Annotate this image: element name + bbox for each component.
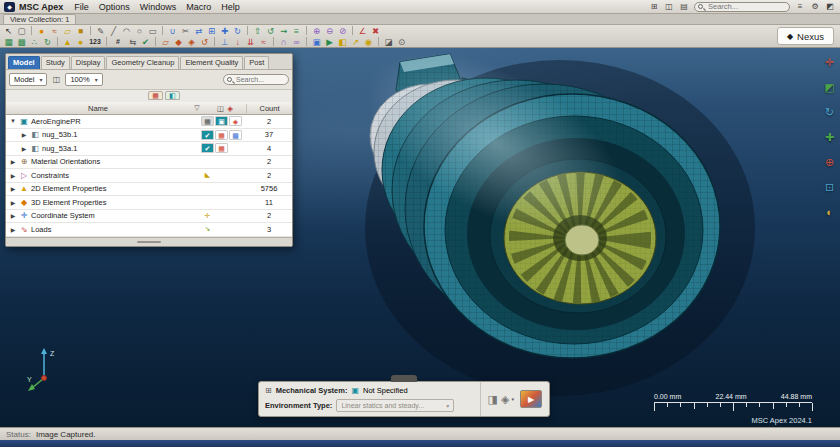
thermal-load-icon[interactable]: ≈: [257, 37, 270, 47]
tab-model[interactable]: Model: [8, 56, 40, 69]
element-quality-icon[interactable]: ▲: [61, 37, 74, 47]
expand-arrow-icon[interactable]: ▼: [8, 118, 18, 124]
revolve-icon[interactable]: ↺: [264, 26, 277, 36]
display-list-icon[interactable]: ▤: [678, 2, 690, 11]
menu-windows[interactable]: Windows: [135, 2, 182, 12]
render-column-icon[interactable]: ◈: [227, 104, 233, 113]
filter-funnel-icon[interactable]: ▽: [190, 104, 204, 112]
create-curve-icon[interactable]: ≈: [48, 26, 61, 36]
force-load-icon[interactable]: ↓: [231, 37, 244, 47]
results-icon[interactable]: ◧: [336, 37, 349, 47]
select-cursor-icon[interactable]: ↖: [2, 26, 15, 36]
expand-arrow-icon[interactable]: ▶: [8, 172, 18, 179]
resize-grip[interactable]: [137, 241, 161, 243]
environment-type-select[interactable]: Linear statics and steady...: [336, 399, 454, 412]
mechanical-system-value[interactable]: Not Specified: [363, 386, 408, 395]
browser-zoom-select[interactable]: 100%: [65, 73, 102, 86]
browser-search[interactable]: [223, 74, 289, 85]
renumber[interactable]: #: [110, 37, 126, 47]
animate-results-icon[interactable]: ◉: [362, 37, 375, 47]
trim-icon[interactable]: ✂: [179, 26, 192, 36]
visibility-column-icon[interactable]: ◫: [217, 104, 224, 113]
verify-mesh-icon[interactable]: ✔: [139, 37, 152, 47]
tree-row-3D Element Properties[interactable]: ▶◆3D Element Properties11: [6, 196, 292, 210]
pattern-icon[interactable]: ⊞: [205, 26, 218, 36]
row-badge-icon[interactable]: ◣: [201, 170, 214, 180]
menu-help[interactable]: Help: [216, 2, 245, 12]
tab-display[interactable]: Display: [71, 56, 106, 69]
tab-study[interactable]: Study: [41, 56, 70, 69]
sketch-icon[interactable]: ✎: [94, 26, 107, 36]
row-badge-icon[interactable]: ◈: [229, 116, 242, 126]
pan-view-icon[interactable]: ✚: [822, 131, 837, 144]
tree-row-AeroEnginePR[interactable]: ▼▣AeroEnginePR▦▣◈2: [6, 115, 292, 129]
move-icon[interactable]: ✚: [218, 26, 231, 36]
mirror-icon[interactable]: ⇄: [192, 26, 205, 36]
constraint-icon[interactable]: ⊥: [218, 37, 231, 47]
expand-arrow-icon[interactable]: ▶: [19, 131, 29, 138]
scenario-panel-handle[interactable]: [391, 375, 417, 382]
layout-grid-icon[interactable]: ⊞: [648, 2, 660, 11]
contact-icon[interactable]: ∩: [277, 37, 290, 47]
model-scope-select[interactable]: Model: [9, 73, 47, 86]
measure-icon[interactable]: ∠: [356, 26, 369, 36]
shading-mode-icon[interactable]: ◐: [822, 206, 837, 218]
tie-connection-icon[interactable]: ∞: [290, 37, 303, 47]
expand-arrow-icon[interactable]: ▶: [19, 145, 29, 152]
settings-gear-icon[interactable]: ⚙: [809, 2, 821, 11]
expand-arrow-icon[interactable]: ▶: [8, 185, 18, 192]
row-badge-icon[interactable]: ✔: [201, 143, 214, 153]
study-icon[interactable]: ▣: [310, 37, 323, 47]
tab-geometry-cleanup[interactable]: Geometry Cleanup: [106, 56, 179, 69]
menu-file[interactable]: File: [69, 2, 94, 12]
browser-pin-icon[interactable]: ◫: [50, 75, 62, 84]
view-cube-icon[interactable]: ◩: [822, 81, 837, 94]
global-search-input[interactable]: [694, 2, 790, 12]
expand-arrow-icon[interactable]: ▶: [8, 199, 18, 206]
remesh-icon[interactable]: ↻: [41, 37, 54, 47]
tree-row-Material Orientations[interactable]: ▶⊕Material Orientations2: [6, 156, 292, 170]
panel-footer[interactable]: [6, 237, 292, 246]
split-body-icon[interactable]: ⊘: [336, 26, 349, 36]
boolean-subtract-icon[interactable]: ⊖: [323, 26, 336, 36]
box-select-icon[interactable]: ▢: [15, 26, 28, 36]
delete-icon[interactable]: ✖: [369, 26, 382, 36]
draw-arc-icon[interactable]: ◠: [120, 26, 133, 36]
tree-row-Constraints[interactable]: ▶▷Constraints◣2: [6, 169, 292, 183]
draw-rectangle-icon[interactable]: ▭: [146, 26, 159, 36]
tree-row-nug_53b.1[interactable]: ▶◧nug_53b.1✔▦▩37: [6, 129, 292, 143]
extrude-icon[interactable]: ⇧: [251, 26, 264, 36]
create-surface-icon[interactable]: ▱: [61, 26, 74, 36]
row-badge-icon[interactable]: ↘: [201, 224, 214, 234]
orientation-icon[interactable]: ↺: [198, 37, 211, 47]
view-collection-tab[interactable]: View Collection: 1: [3, 14, 76, 24]
row-badge-icon[interactable]: ▦: [215, 130, 228, 140]
count-column-header[interactable]: Count: [246, 104, 292, 113]
plot-results-icon[interactable]: ↗: [349, 37, 362, 47]
fit-view-icon[interactable]: ⊙: [395, 37, 408, 47]
view-triad-icon[interactable]: ✛: [822, 56, 837, 69]
run-simulation-icon[interactable]: ▶: [323, 37, 336, 47]
boolean-union-icon[interactable]: ⊕: [310, 26, 323, 36]
expand-arrow-icon[interactable]: ▶: [8, 212, 18, 219]
row-badge-icon[interactable]: ▩: [229, 130, 242, 140]
run-analysis-button[interactable]: ▶: [520, 390, 542, 408]
tab-post[interactable]: Post: [244, 56, 269, 69]
section-view-icon[interactable]: ◪: [382, 37, 395, 47]
scenario-report-icon[interactable]: ◨: [488, 393, 498, 406]
scenario-dropdown-icon[interactable]: ▾: [511, 396, 514, 402]
fillet-icon[interactable]: ∪: [166, 26, 179, 36]
mesh-solid-icon[interactable]: ▩: [15, 37, 28, 47]
notifications-icon[interactable]: ≡: [794, 2, 806, 11]
row-badge-icon[interactable]: ▣: [215, 116, 228, 126]
fit-all-icon[interactable]: ⊡: [822, 181, 837, 194]
menu-options[interactable]: Options: [94, 2, 135, 12]
tree-row-Loads[interactable]: ▶⇘Loads↘3: [6, 223, 292, 237]
split-window-icon[interactable]: ◫: [663, 2, 675, 11]
mesh-counter[interactable]: 123: [87, 37, 103, 47]
row-badge-icon[interactable]: ✛: [201, 211, 214, 221]
jet-engine-model[interactable]: [339, 48, 755, 396]
mesh-seed-icon[interactable]: ∴: [28, 37, 41, 47]
filter-parts-chip[interactable]: ▦: [148, 91, 163, 100]
menu-macro[interactable]: Macro: [181, 2, 216, 12]
